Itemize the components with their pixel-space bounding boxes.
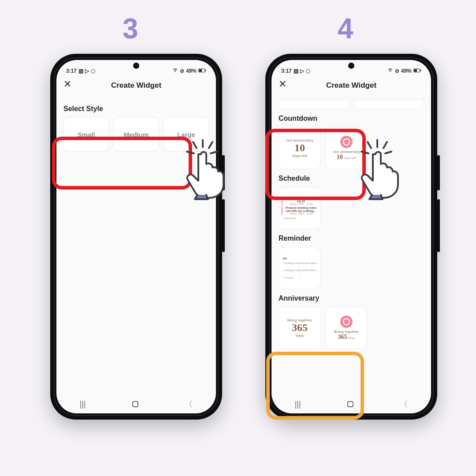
section-anniversary: Anniversary xyxy=(279,294,424,302)
nav-bar: ||| 〈 xyxy=(271,395,431,413)
style-small[interactable]: Small xyxy=(63,117,109,152)
reminder-line: Going to Gym Until 12am … xyxy=(283,268,317,275)
phone-screen: 3:17 ▧ ▷ ◌ ⊘ 49% ✕ Create Widget xyxy=(271,60,431,413)
countdown-card-text[interactable]: Our anniversary 10 Days left xyxy=(279,127,321,169)
prev-row-peek xyxy=(353,100,424,109)
no-signal-icon: ⊘ xyxy=(395,68,399,74)
card-number: 365 xyxy=(292,322,308,333)
style-large[interactable]: Large xyxy=(164,117,209,152)
nav-bar: ||| 〈 xyxy=(56,395,216,413)
sync-icon: ◌ xyxy=(306,68,310,74)
section-schedule: Schedule xyxy=(279,175,424,182)
close-icon[interactable]: ✕ xyxy=(279,79,286,89)
content-area: Select Style Small Medium Large xyxy=(56,96,216,395)
svg-rect-6 xyxy=(414,69,417,72)
anniversary-card-badge[interactable]: Being together 365days xyxy=(325,307,368,349)
section-countdown: Countdown xyxy=(279,115,424,123)
content-area[interactable]: Countdown Our anniversary 10 Days left O… xyxy=(271,96,431,395)
status-time: 3:17 xyxy=(66,68,77,74)
app-title: Create Widget xyxy=(326,81,376,90)
phone-side-button xyxy=(437,155,440,190)
schedule-more: …and more xyxy=(282,217,296,219)
camera-cutout xyxy=(348,63,354,69)
svg-rect-2 xyxy=(199,69,202,72)
battery-icon xyxy=(198,68,206,74)
svg-rect-3 xyxy=(205,70,206,71)
anniversary-card-text[interactable]: Being together 365 Days xyxy=(279,307,321,349)
schedule-cards: Going to restaurant w/ my bf Today, 10:0… xyxy=(279,187,424,229)
gallery-icon: ▧ xyxy=(78,68,83,74)
battery-icon xyxy=(413,68,421,74)
schedule-event: Product meeting video call with my coule… xyxy=(282,206,318,215)
no-signal-icon: ⊘ xyxy=(180,68,184,74)
anniversary-cards: Being together 365 Days Being together 3… xyxy=(279,307,424,349)
countdown-cards: Our anniversary 10 Days left Our anniver… xyxy=(279,127,424,169)
style-tiles: Small Medium Large xyxy=(63,117,209,152)
phone-side-button xyxy=(222,199,225,252)
status-battery-text: 49% xyxy=(186,68,197,74)
reminder-cards: All Going to Gym Until 12am … Going to G… xyxy=(279,247,424,289)
badge-icon xyxy=(340,136,353,148)
app-bar: ✕ Create Widget xyxy=(271,75,431,96)
card-footer: Days left xyxy=(292,154,307,158)
style-medium[interactable]: Medium xyxy=(113,117,159,152)
play-icon: ▷ xyxy=(300,68,304,74)
phone-frame-3: 3:17 ▧ ▷ ◌ ⊘ 49% ✕ Create Widget Select … xyxy=(50,54,222,420)
nav-recents-icon[interactable]: ||| xyxy=(80,400,86,409)
reminder-line: Going to Gym Until 12am … xyxy=(283,261,317,268)
status-time: 3:17 xyxy=(281,68,292,74)
card-value-row: 365days xyxy=(338,334,355,341)
nav-back-icon[interactable]: 〈 xyxy=(185,399,193,409)
wifi-icon xyxy=(387,67,393,74)
sync-icon: ◌ xyxy=(91,68,95,74)
card-subtitle: Being together xyxy=(334,330,359,334)
phone-screen: 3:17 ▧ ▷ ◌ ⊘ 49% ✕ Create Widget Select … xyxy=(56,60,216,413)
close-icon[interactable]: ✕ xyxy=(63,79,71,89)
nav-back-icon[interactable]: 〈 xyxy=(400,399,408,409)
status-battery-text: 49% xyxy=(401,68,412,74)
phone-frame-4: 3:17 ▧ ▷ ◌ ⊘ 49% ✕ Create Widget xyxy=(265,54,437,420)
card-subtitle: Our anniversary xyxy=(333,150,360,154)
step-number-3: 3 xyxy=(123,12,138,45)
schedule-card[interactable]: Going to restaurant w/ my bf Today, 10:0… xyxy=(279,187,321,229)
phone-side-button xyxy=(437,199,440,252)
app-title: Create Widget xyxy=(111,81,161,90)
step-number-4: 4 xyxy=(338,12,353,45)
nav-home-icon[interactable] xyxy=(132,401,138,407)
reminder-card[interactable]: All Going to Gym Until 12am … Going to G… xyxy=(279,247,321,289)
card-footer: Days xyxy=(295,334,304,338)
nav-home-icon[interactable] xyxy=(347,401,353,407)
svg-point-4 xyxy=(390,71,391,72)
phone-side-button xyxy=(222,155,225,190)
schedule-event: Going to restaurant w/ my bf Today, 10:0… xyxy=(282,197,318,205)
svg-point-0 xyxy=(175,71,176,72)
reminder-heading: All xyxy=(283,257,287,260)
card-number: 10 xyxy=(294,142,305,153)
app-bar: ✕ Create Widget xyxy=(56,75,216,96)
gallery-icon: ▧ xyxy=(294,68,298,74)
play-icon: ▷ xyxy=(85,68,89,74)
countdown-card-badge[interactable]: Our anniversary 10days left xyxy=(325,127,368,169)
section-select-style: Select Style xyxy=(63,105,209,113)
nav-recents-icon[interactable]: ||| xyxy=(295,400,301,409)
badge-icon xyxy=(340,316,353,328)
card-value-row: 10days left xyxy=(337,154,356,161)
svg-rect-7 xyxy=(420,70,421,71)
reminder-more: + 5 more xyxy=(283,276,294,279)
wifi-icon xyxy=(172,67,178,74)
camera-cutout xyxy=(133,63,139,69)
section-reminder: Reminder xyxy=(279,234,424,242)
prev-row-peek xyxy=(279,100,349,109)
